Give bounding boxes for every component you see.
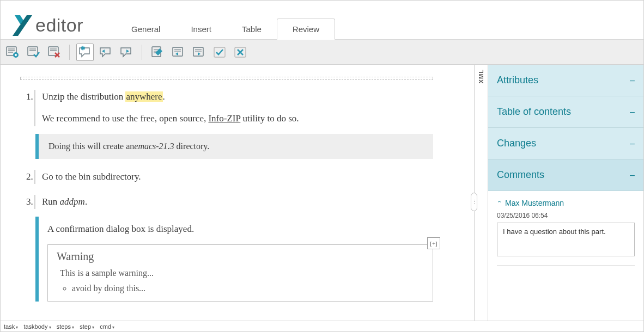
- edit-change-icon: [150, 45, 165, 59]
- expand-toggle[interactable]: [+]: [427, 237, 440, 249]
- step2-text: Go to the bin subdirectory.: [42, 170, 433, 184]
- edit-change-button[interactable]: [149, 44, 166, 61]
- step-2[interactable]: Go to the bin subdirectory.: [35, 170, 433, 184]
- step-3[interactable]: Run addpm. A confirmation dialog box is …: [35, 195, 433, 302]
- panel-toc[interactable]: Table of contents–: [488, 96, 643, 128]
- warning-text: This is a sample warning...: [60, 268, 424, 278]
- reject-change-icon: [233, 45, 247, 59]
- collapse-icon: –: [630, 76, 635, 85]
- warning-box: [+] Warning This is a sample warning... …: [47, 244, 433, 302]
- menu-tab-general[interactable]: General: [116, 19, 175, 39]
- panel-comments-label: Comments: [497, 169, 544, 181]
- toolbar-separator: [142, 45, 142, 60]
- collapsed-region[interactable]: [20, 77, 433, 80]
- track-changes-settings-button[interactable]: [4, 44, 21, 61]
- app-logo: editor: [13, 14, 83, 36]
- xml-tab-label: XML: [478, 69, 484, 83]
- previous-comment-icon: [99, 45, 113, 59]
- collapse-icon: –: [630, 170, 635, 180]
- breadcrumb-bar: task taskbody steps step cmd: [1, 321, 643, 331]
- panel-attributes[interactable]: Attributes–: [488, 65, 643, 96]
- step3-em: addpm: [60, 196, 85, 207]
- comment-author-toggle[interactable]: ⌃ Max Mustermann: [497, 199, 635, 207]
- step1-text-post: .: [163, 91, 165, 102]
- svg-marker-18: [126, 50, 129, 53]
- accept-all-changes-button[interactable]: [25, 44, 42, 61]
- accept-all-changes-icon: [26, 45, 40, 59]
- svg-point-7: [15, 54, 17, 56]
- crumb-step[interactable]: step: [80, 323, 94, 330]
- collapse-icon: –: [630, 139, 635, 149]
- info-block: Doing this will create anemacs-21.3 dire…: [35, 134, 433, 159]
- right-sidebar: Attributes– Table of contents– Changes– …: [488, 65, 643, 321]
- panel-changes[interactable]: Changes–: [488, 128, 643, 159]
- svg-marker-1: [13, 15, 32, 36]
- warning-title: Warning: [57, 250, 424, 263]
- svg-marker-31: [198, 52, 201, 56]
- svg-marker-27: [175, 52, 178, 56]
- new-comment-button[interactable]: ✱: [76, 44, 94, 61]
- chevron-up-icon: ⌃: [497, 200, 502, 207]
- reject-all-changes-button[interactable]: [45, 44, 63, 61]
- menu-tab-review[interactable]: Review: [277, 19, 335, 40]
- xml-side-tab[interactable]: ⋮ XML: [474, 65, 488, 321]
- accept-change-button[interactable]: [211, 44, 228, 61]
- editor-area[interactable]: Unzip the distribution anywhere. We reco…: [1, 65, 474, 321]
- info-em: emacs-21.3: [134, 142, 174, 151]
- note-block: A confirmation dialog box is displayed. …: [35, 217, 433, 301]
- svg-text:✱: ✱: [81, 45, 86, 51]
- next-change-button[interactable]: [190, 44, 208, 61]
- panel-toc-label: Table of contents: [497, 106, 571, 118]
- comment-text-input[interactable]: I have a question about this part.: [497, 223, 635, 256]
- logo-text: editor: [35, 15, 83, 36]
- next-comment-icon: [119, 45, 133, 59]
- warning-bullet: avoid by doing this...: [72, 284, 424, 293]
- crumb-taskbody[interactable]: taskbody: [23, 323, 51, 330]
- splitter-handle[interactable]: ⋮: [471, 193, 477, 211]
- crumb-task[interactable]: task: [4, 323, 18, 330]
- menu-tab-insert[interactable]: Insert: [175, 19, 227, 39]
- comment-body: I have a question about this part.: [503, 228, 606, 236]
- panel-changes-label: Changes: [497, 138, 536, 149]
- reject-change-button[interactable]: [232, 44, 249, 61]
- comment-author: Max Mustermann: [505, 199, 564, 207]
- crumb-steps[interactable]: steps: [57, 323, 75, 330]
- step-1[interactable]: Unzip the distribution anywhere. We reco…: [35, 90, 433, 159]
- comment-highlight[interactable]: anywhere: [125, 91, 162, 102]
- menu-bar: editor General Insert Table Review: [1, 1, 643, 40]
- crumb-cmd[interactable]: cmd: [100, 323, 114, 330]
- step3-post: .: [85, 196, 87, 207]
- step3-pre: Run: [42, 196, 60, 207]
- collapse-icon: –: [630, 107, 635, 117]
- infozip-link[interactable]: Info-ZIP: [208, 113, 240, 124]
- toolbar-separator: [69, 45, 70, 60]
- review-toolbar: ✱: [1, 40, 643, 65]
- comment-timestamp: 03/25/2016 06:54: [497, 212, 635, 219]
- note-text: A confirmation dialog box is displayed.: [47, 222, 433, 236]
- logo-x-icon: [13, 14, 34, 36]
- reject-all-changes-icon: [47, 45, 61, 59]
- next-change-icon: [192, 45, 206, 59]
- svg-rect-8: [28, 47, 38, 56]
- step1-text-pre: Unzip the distribution: [42, 91, 125, 102]
- menu-tab-table[interactable]: Table: [227, 19, 277, 39]
- new-comment-icon: ✱: [78, 45, 92, 59]
- comments-body: ⌃ Max Mustermann 03/25/2016 06:54 I have…: [488, 191, 643, 321]
- panel-comments[interactable]: Comments–: [488, 159, 643, 191]
- comment-divider: [497, 265, 635, 266]
- accept-change-icon: [212, 45, 227, 59]
- previous-comment-button[interactable]: [97, 44, 114, 61]
- step1-sub-post: utility to do so.: [240, 113, 299, 124]
- info-post: directory.: [174, 142, 210, 151]
- previous-change-icon: [171, 45, 185, 59]
- info-pre: Doing this will create an: [48, 142, 134, 151]
- svg-marker-17: [102, 50, 105, 53]
- procedure-list: Unzip the distribution anywhere. We reco…: [20, 90, 433, 302]
- track-changes-settings-icon: [5, 45, 20, 59]
- previous-change-button[interactable]: [169, 44, 187, 61]
- step1-sub-pre: We recommend to use the free, open sourc…: [42, 113, 208, 124]
- next-comment-button[interactable]: [118, 44, 135, 61]
- panel-attributes-label: Attributes: [497, 75, 538, 86]
